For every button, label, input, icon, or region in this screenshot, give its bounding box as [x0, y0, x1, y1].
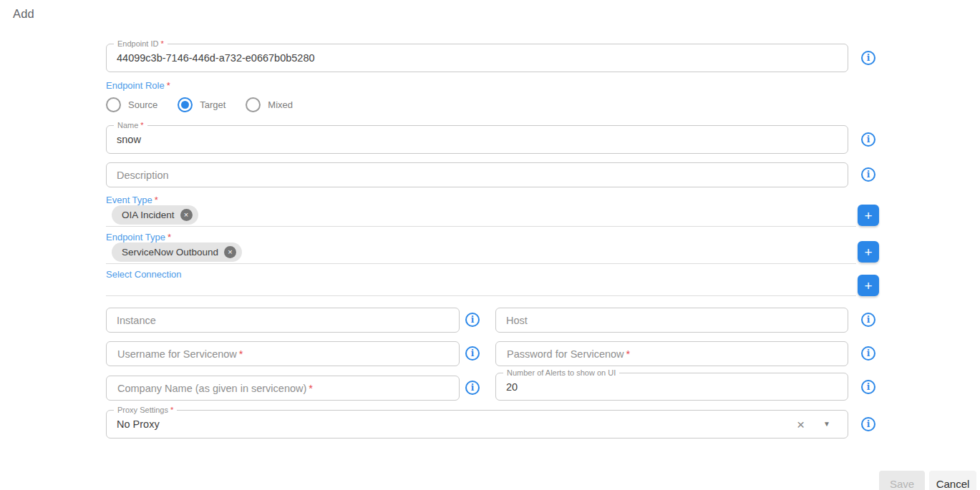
info-icon[interactable]: i: [465, 346, 480, 361]
select-connection-row[interactable]: [106, 295, 856, 296]
endpoint-type-label: Endpoint Type*: [106, 232, 171, 242]
chip-label: ServiceNow Outbound: [122, 247, 218, 258]
username-input[interactable]: [107, 342, 459, 366]
info-icon[interactable]: i: [861, 167, 875, 182]
host-input[interactable]: [496, 308, 848, 332]
save-button[interactable]: Save: [879, 471, 925, 490]
radio-circle-icon[interactable]: [246, 97, 261, 112]
proxy-settings-field[interactable]: Proxy Settings* × ▼: [106, 410, 848, 438]
instance-field[interactable]: [106, 308, 460, 333]
info-icon[interactable]: i: [861, 313, 875, 327]
name-field[interactable]: Name*: [106, 125, 848, 154]
info-icon[interactable]: i: [465, 313, 480, 327]
cancel-button[interactable]: Cancel: [929, 471, 976, 490]
plus-icon: +: [864, 245, 872, 259]
description-field[interactable]: [106, 162, 848, 187]
chip-label: OIA Incident: [122, 210, 175, 220]
radio-mixed[interactable]: Mixed: [246, 97, 293, 112]
chip-remove-icon[interactable]: ×: [180, 209, 193, 221]
endpoint-id-field[interactable]: Endpoint ID*: [106, 44, 848, 72]
proxy-settings-label: Proxy Settings*: [114, 405, 177, 415]
dropdown-caret-icon[interactable]: ▼: [823, 421, 830, 428]
password-field[interactable]: Password for Servicenow*: [495, 341, 848, 366]
clear-icon[interactable]: ×: [797, 418, 805, 431]
add-endpoint-type-button[interactable]: +: [858, 241, 879, 263]
password-input[interactable]: [496, 342, 848, 366]
event-type-chip-row[interactable]: OIA Incident ×: [106, 205, 856, 227]
proxy-settings-input[interactable]: [107, 411, 848, 438]
add-connection-button[interactable]: +: [858, 275, 879, 296]
name-input[interactable]: [107, 126, 848, 153]
host-field[interactable]: [495, 308, 848, 333]
endpoint-id-label: Endpoint ID*: [114, 39, 168, 49]
endpoint-type-chip-row[interactable]: ServiceNow Outbound ×: [106, 242, 856, 264]
description-input[interactable]: [107, 163, 848, 187]
company-name-input[interactable]: [107, 376, 459, 400]
radio-source[interactable]: Source: [106, 97, 157, 112]
name-label: Name*: [114, 120, 147, 130]
company-name-field[interactable]: Company Name (as given in servicenow)*: [106, 376, 460, 401]
radio-circle-selected-icon[interactable]: [178, 97, 193, 112]
endpoint-role-radio-group: Source Target Mixed: [106, 97, 313, 112]
endpoint-id-input[interactable]: [107, 44, 848, 72]
info-icon[interactable]: i: [861, 132, 875, 147]
endpoint-type-chip[interactable]: ServiceNow Outbound ×: [112, 242, 242, 262]
info-icon[interactable]: i: [861, 380, 875, 394]
username-field[interactable]: Username for Servicenow*: [106, 341, 460, 366]
radio-target[interactable]: Target: [178, 97, 225, 112]
select-connection-label: Select Connection: [106, 269, 182, 280]
endpoint-role-label: Endpoint Role*: [106, 80, 170, 91]
info-icon[interactable]: i: [465, 381, 480, 395]
radio-source-label: Source: [128, 99, 157, 110]
radio-circle-icon[interactable]: [106, 97, 121, 112]
page-title: Add: [13, 7, 34, 21]
instance-input[interactable]: [107, 308, 459, 332]
add-event-type-button[interactable]: +: [858, 205, 879, 226]
event-type-chip[interactable]: OIA Incident ×: [112, 205, 198, 225]
plus-icon: +: [864, 209, 872, 222]
info-icon[interactable]: i: [861, 417, 875, 431]
radio-target-label: Target: [200, 99, 225, 110]
plus-icon: +: [864, 279, 872, 293]
alerts-on-ui-field[interactable]: Number of Alerts to show on UI: [495, 373, 848, 401]
radio-mixed-label: Mixed: [268, 99, 293, 110]
event-type-label: Event Type*: [106, 195, 158, 205]
alerts-on-ui-label: Number of Alerts to show on UI: [503, 368, 619, 378]
info-icon[interactable]: i: [861, 51, 875, 65]
chip-remove-icon[interactable]: ×: [224, 246, 236, 258]
info-icon[interactable]: i: [861, 346, 875, 361]
